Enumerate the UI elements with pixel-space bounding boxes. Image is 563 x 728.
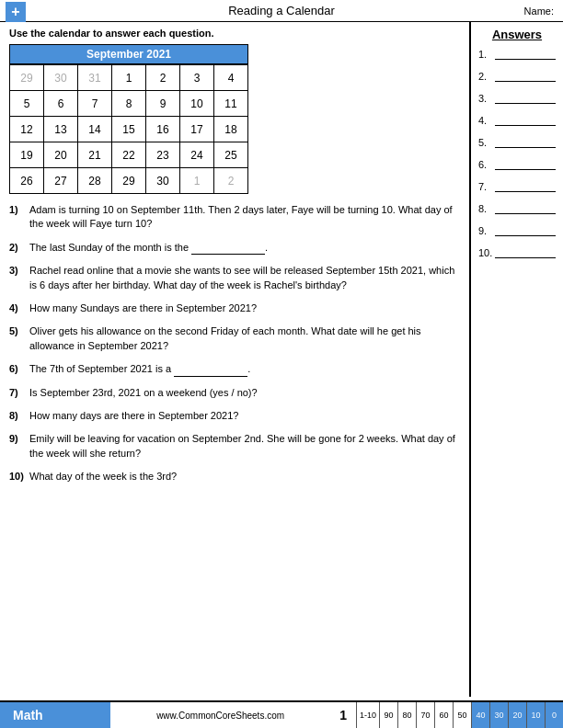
answer-blank [495, 181, 556, 192]
calendar-cell: 29 [112, 168, 146, 194]
calendar-cell: 11 [214, 91, 248, 117]
calendar-cell: 7 [78, 91, 112, 117]
calendar-cell: 12 [10, 117, 44, 142]
question-text: What day of the week is the 3rd? [29, 470, 460, 483]
calendar-cell: 2 [146, 65, 180, 91]
calendar-cell: 30 [146, 168, 180, 194]
score-box: 60 [434, 702, 453, 728]
calendar-cell: 29 [10, 65, 44, 91]
calendar-cell: 27 [44, 168, 78, 194]
answer-line: 3. [478, 93, 556, 104]
question-number: 9) [9, 432, 29, 461]
answer-blank [495, 71, 556, 82]
question-item: 9)Emily will be leaving for vacation on … [9, 432, 460, 461]
score-box: 10 [526, 702, 545, 728]
question-number: 8) [9, 409, 29, 423]
question-item: 3)Rachel read online that a movie she wa… [9, 264, 460, 292]
calendar-title: September 2021 [9, 44, 248, 64]
question-item: 4)How many Sundays are there in Septembe… [9, 301, 460, 315]
questions-section: 1)Adam is turning 10 on September 11th. … [9, 203, 460, 483]
calendar-cell: 2 [214, 168, 248, 194]
score-box: 70 [416, 702, 434, 728]
answer-number: 6. [478, 159, 495, 170]
calendar-cell: 8 [112, 91, 146, 117]
question-number: 10) [9, 470, 29, 483]
question-item: 7)Is September 23rd, 2021 on a weekend (… [9, 386, 460, 400]
calendar-cell: 4 [214, 65, 248, 91]
answer-blank-inline [191, 254, 265, 255]
score-box: 50 [453, 702, 471, 728]
answer-number: 1. [478, 49, 495, 60]
answer-blank [495, 93, 556, 104]
question-text: How many Sundays are there in September … [29, 301, 460, 315]
answer-blank [495, 137, 556, 148]
question-item: 5)Oliver gets his allowance on the secon… [9, 324, 460, 353]
question-item: 1)Adam is turning 10 on September 11th. … [9, 203, 460, 232]
answer-blank [495, 159, 556, 170]
footer-math-label: Math [0, 702, 110, 728]
question-number: 1) [9, 203, 29, 232]
question-item: 10)What day of the week is the 3rd? [9, 470, 460, 483]
answer-blank-inline [174, 376, 247, 377]
calendar-cell: 21 [78, 142, 112, 168]
question-item: 8)How many days are there in September 2… [9, 409, 460, 423]
answer-blank [495, 247, 556, 258]
calendar-cell: 5 [10, 91, 44, 117]
answer-number: 7. [478, 181, 495, 192]
question-number: 7) [9, 386, 29, 400]
question-number: 5) [9, 324, 29, 353]
answer-line: 5. [478, 137, 556, 148]
calendar-cell: 1 [180, 168, 214, 194]
footer-scores: 1-109080706050403020100 [356, 702, 563, 728]
answer-number: 4. [478, 115, 495, 126]
calendar-cell: 24 [180, 142, 214, 168]
calendar-cell: 15 [112, 117, 146, 142]
calendar-cell: 22 [112, 142, 146, 168]
calendar-cell: 28 [78, 168, 112, 194]
score-range-label: 1-10 [356, 702, 379, 728]
calendar-cell: 1 [112, 65, 146, 91]
question-text: Adam is turning 10 on September 11th. Th… [29, 203, 460, 232]
answer-number: 2. [478, 71, 495, 82]
score-box: 30 [489, 702, 508, 728]
calendar-cell: 17 [180, 117, 214, 142]
answer-blank [495, 115, 556, 126]
answer-number: 10. [478, 247, 495, 258]
content-area: Use the calendar to answer each question… [0, 22, 471, 697]
answers-panel: Answers 1.2.3.4.5.6.7.8.9.10. [471, 22, 563, 697]
footer-page-number: 1 [330, 708, 356, 722]
calendar-cell: 19 [10, 142, 44, 168]
answer-line: 8. [478, 203, 556, 214]
question-text: How many days are there in September 202… [29, 409, 460, 423]
calendar-cell: 30 [44, 65, 78, 91]
calendar-table: 2930311234567891011121314151617181920212… [9, 64, 248, 194]
answer-line: 2. [478, 71, 556, 82]
answer-number: 9. [478, 225, 495, 236]
calendar-cell: 20 [44, 142, 78, 168]
question-item: 6)The 7th of September 2021 is a . [9, 362, 460, 376]
calendar-cell: 6 [44, 91, 78, 117]
answer-blank [495, 225, 556, 236]
calendar-wrapper: September 2021 2930311234567891011121314… [9, 44, 248, 194]
question-text: Oliver gets his allowance on the second … [29, 324, 460, 353]
answers-title: Answers [478, 28, 556, 41]
question-text: Is September 23rd, 2021 on a weekend (ye… [29, 386, 460, 400]
answer-blank [495, 203, 556, 214]
calendar-cell: 18 [214, 117, 248, 142]
calendar-cell: 26 [10, 168, 44, 194]
header-title: Reading a Calendar [228, 4, 335, 17]
answer-line: 1. [478, 49, 556, 60]
answer-number: 5. [478, 137, 495, 148]
question-item: 2)The last Sunday of the month is the . [9, 241, 460, 255]
answer-line: 4. [478, 115, 556, 126]
calendar-cell: 31 [78, 65, 112, 91]
answer-line: 7. [478, 181, 556, 192]
question-number: 3) [9, 264, 29, 292]
main-container: Use the calendar to answer each question… [0, 22, 563, 697]
question-number: 4) [9, 301, 29, 315]
calendar-cell: 3 [180, 65, 214, 91]
page-header: + Reading a Calendar Name: [0, 0, 563, 22]
calendar-cell: 10 [180, 91, 214, 117]
page-footer: Math www.CommonCoreSheets.com 1 1-109080… [0, 700, 563, 728]
question-text: The 7th of September 2021 is a . [29, 362, 460, 376]
